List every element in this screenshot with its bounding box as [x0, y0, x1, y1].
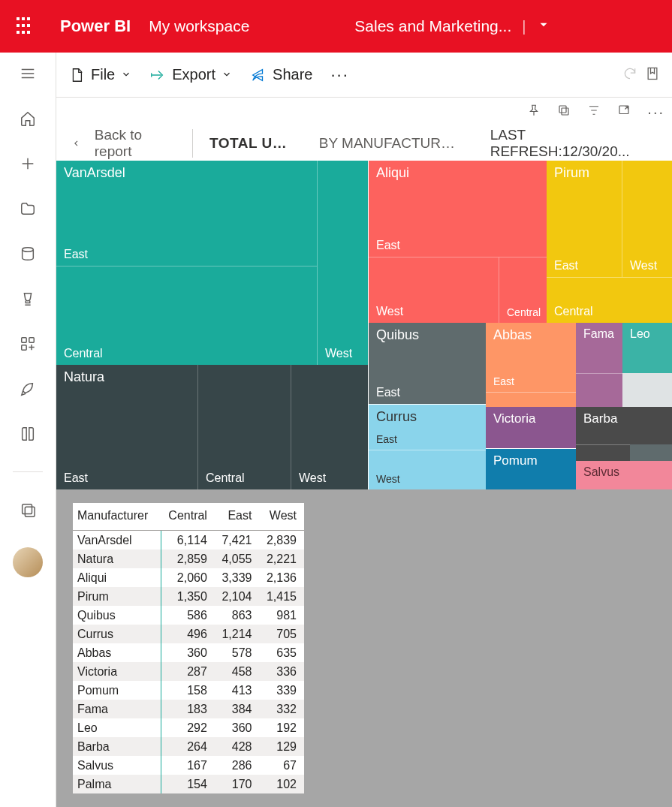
cell-central: 287: [161, 662, 215, 681]
svg-rect-2: [29, 338, 34, 342]
table-header-row: Manufacturer Central East West: [73, 503, 304, 531]
cell-east: 2,104: [215, 587, 260, 606]
copy-icon[interactable]: [557, 104, 571, 120]
brand-label[interactable]: Power BI: [60, 17, 131, 36]
cell-east: 3,339: [215, 568, 260, 587]
chevron-down-icon: [121, 66, 131, 83]
table-row[interactable]: Fama183384332: [73, 700, 304, 718]
matrix-visual[interactable]: Manufacturer Central East West VanArsdel…: [73, 503, 304, 793]
report-title[interactable]: Sales and Marketing...: [354, 17, 511, 35]
user-avatar[interactable]: [13, 547, 43, 577]
tile-pomum: Pomum: [493, 453, 538, 468]
table-row[interactable]: Natura2,8594,0552,221: [73, 550, 304, 568]
goals-icon[interactable]: [17, 288, 38, 309]
tile-quibus: Quibus: [376, 327, 419, 343]
cell-west: 705: [259, 625, 304, 643]
learn-icon[interactable]: [17, 423, 38, 444]
cell-manufacturer: Fama: [73, 700, 161, 718]
cell-central: 496: [161, 625, 215, 643]
col-central[interactable]: Central: [161, 503, 215, 531]
table-row[interactable]: Salvus16728667: [73, 756, 304, 775]
cell-manufacturer: Palma: [73, 775, 161, 793]
cell-manufacturer: Barba: [73, 737, 161, 756]
cell-east: 1,214: [215, 625, 260, 643]
apps-icon[interactable]: [17, 333, 38, 354]
report-canvas: ··· Back to report TOTAL UNI... BY MANUF…: [56, 98, 672, 807]
cell-west: 336: [259, 662, 304, 681]
table-row[interactable]: Leo292360192: [73, 718, 304, 737]
tile-currus: Currus: [376, 409, 417, 425]
cell-west: 2,136: [259, 568, 304, 587]
file-label: File: [91, 66, 115, 83]
tile-aliqui-central: Central: [507, 306, 541, 318]
cell-west: 635: [259, 643, 304, 662]
cell-central: 2,859: [161, 550, 215, 568]
cell-west: 2,839: [259, 531, 304, 550]
share-menu[interactable]: Share: [250, 66, 312, 83]
table-row[interactable]: Quibus586863981: [73, 606, 304, 625]
tab-by-manufacturer[interactable]: BY MANUFACTURER ...: [319, 135, 465, 152]
filter-icon[interactable]: [587, 104, 601, 120]
waffle-icon[interactable]: [17, 17, 35, 35]
col-east[interactable]: East: [215, 503, 260, 531]
report-dropdown-icon[interactable]: [537, 18, 550, 35]
tile-abbas: Abbas: [493, 327, 532, 343]
bookmark-icon[interactable]: [645, 66, 660, 84]
deploy-icon[interactable]: [17, 378, 38, 399]
file-menu[interactable]: File: [68, 66, 131, 83]
cell-east: 413: [215, 681, 260, 700]
svg-rect-6: [648, 68, 657, 79]
tile-vanarsdel-west: West: [325, 347, 352, 360]
back-to-report[interactable]: Back to report: [71, 129, 193, 158]
tile-aliqui: Aliqui: [376, 165, 409, 181]
browse-icon[interactable]: [17, 198, 38, 219]
cell-manufacturer: Pomum: [73, 681, 161, 700]
hamburger-icon[interactable]: [17, 63, 38, 84]
cell-east: 360: [215, 718, 260, 737]
cell-central: 1,350: [161, 587, 215, 606]
cell-west: 192: [259, 718, 304, 737]
top-header: Power BI My workspace Sales and Marketin…: [0, 0, 672, 53]
cell-manufacturer: Victoria: [73, 662, 161, 681]
cell-west: 332: [259, 700, 304, 718]
more-options[interactable]: ···: [330, 65, 348, 85]
table-row[interactable]: Abbas360578635: [73, 643, 304, 662]
table-row[interactable]: Victoria287458336: [73, 662, 304, 681]
pin-icon[interactable]: [527, 104, 541, 120]
home-icon[interactable]: [17, 108, 38, 129]
table-row[interactable]: Barba264428129: [73, 737, 304, 756]
cell-manufacturer: Currus: [73, 625, 161, 643]
create-icon[interactable]: [17, 153, 38, 174]
last-refresh-label: LAST REFRESH:12/30/20...: [490, 127, 655, 160]
tile-currus-west: West: [376, 473, 400, 485]
col-manufacturer[interactable]: Manufacturer: [73, 503, 161, 531]
cell-central: 292: [161, 718, 215, 737]
cell-manufacturer: Natura: [73, 550, 161, 568]
cell-central: 264: [161, 737, 215, 756]
tab-total-units[interactable]: TOTAL UNI...: [209, 135, 294, 152]
focus-icon[interactable]: [617, 104, 631, 120]
svg-rect-4: [23, 504, 32, 514]
treemap-visual[interactable]: VanArsdel East Central West Natura East …: [56, 161, 672, 489]
cell-west: 102: [259, 775, 304, 793]
export-menu[interactable]: Export: [149, 66, 232, 83]
refresh-icon[interactable]: [622, 66, 637, 84]
datahub-icon[interactable]: [17, 243, 38, 264]
table-row[interactable]: VanArsdel6,1147,4212,839: [73, 531, 304, 550]
tile-barba: Barba: [583, 411, 617, 426]
table-area: Manufacturer Central East West VanArsdel…: [56, 489, 672, 807]
col-west[interactable]: West: [259, 503, 304, 531]
table-row[interactable]: Palma154170102: [73, 775, 304, 793]
workspaces-icon[interactable]: [17, 499, 38, 520]
tile-natura-east: East: [64, 471, 88, 485]
visual-more-options[interactable]: ···: [647, 104, 664, 121]
cell-manufacturer: Pirum: [73, 587, 161, 606]
cell-west: 339: [259, 681, 304, 700]
tile-pirum: Pirum: [554, 165, 589, 181]
table-row[interactable]: Aliqui2,0603,3392,136: [73, 568, 304, 587]
header-divider: |: [522, 18, 526, 35]
workspace-link[interactable]: My workspace: [149, 17, 249, 35]
table-row[interactable]: Pomum158413339: [73, 681, 304, 700]
table-row[interactable]: Currus4961,214705: [73, 625, 304, 643]
table-row[interactable]: Pirum1,3502,1041,415: [73, 587, 304, 606]
